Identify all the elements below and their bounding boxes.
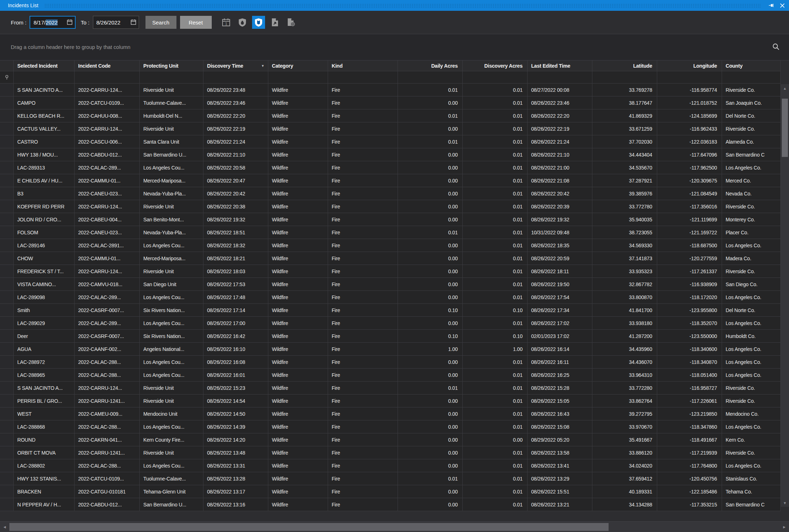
table-row[interactable]: WEST2022-CAMEU-009...Mendocino Unit08/26…	[0, 407, 781, 420]
calendar-dropdown-icon[interactable]	[67, 19, 72, 26]
table-row[interactable]: S SAN JACINTO A...2022-CARRU-124...River…	[0, 382, 781, 395]
table-row[interactable]: CAMPO2022-CATCU-0109...Tuolumne-Calave..…	[0, 96, 781, 109]
column-header-latitude[interactable]: Latitude	[592, 60, 657, 71]
calendar-day-icon[interactable]: 1	[220, 16, 233, 29]
table-row[interactable]: HWY 138 / MOU...2022-CABDU-012...San Ber…	[0, 148, 781, 161]
table-row[interactable]: JOLON RD / CRO...2022-CABEU-004...San Be…	[0, 213, 781, 226]
table-row[interactable]: N PEPPER AV / H...2022-CABDU-012...San B…	[0, 498, 781, 511]
table-row[interactable]: KELLOG BEACH R...2022-CAHUU-008...Humbol…	[0, 109, 781, 122]
filter-cell[interactable]	[328, 71, 398, 84]
search-button[interactable]: Search	[145, 16, 176, 29]
filter-cell[interactable]	[14, 71, 75, 84]
table-row[interactable]: LAC-2890292022-CALAC-289...Los Angeles C…	[0, 317, 781, 330]
table-row[interactable]: LAC-2893132022-CALAC-289...Los Angeles C…	[0, 161, 781, 174]
column-header-incident-code[interactable]: Incident Code	[75, 60, 140, 71]
cell: Riverside Co.	[722, 122, 781, 135]
table-row[interactable]: CHOW2022-CAMMU-01...Merced-Mariposa...08…	[0, 252, 781, 265]
horizontal-scrollbar-thumb[interactable]	[9, 523, 609, 531]
grid-search-icon[interactable]	[772, 43, 780, 51]
cell: -123.550000	[657, 330, 722, 343]
file-export-icon[interactable]	[268, 16, 281, 29]
cell: 0.01	[398, 135, 463, 148]
cell: Fire	[328, 356, 398, 369]
table-row[interactable]: LAC-2890982022-CALAC-289...Los Angeles C…	[0, 291, 781, 304]
table-row[interactable]: KOEPFER RD PERR2022-CARRU-124...Riversid…	[0, 200, 781, 213]
table-row[interactable]: AGUA2022-CAANF-002...Angeles National...…	[0, 343, 781, 356]
column-header-last-edited-time[interactable]: Last Edited Time	[528, 60, 592, 71]
table-filter-row	[0, 71, 781, 84]
table-row[interactable]: ORBIT CT MOVA2022-CARRU-1241...Riverside…	[0, 446, 781, 459]
column-header-daily-acres[interactable]: Daily Acres	[398, 60, 463, 71]
filter-cell[interactable]	[722, 71, 781, 84]
table-row[interactable]: S SAN JACINTO A...2022-CARRU-124...River…	[0, 84, 781, 96]
filter-cell[interactable]	[268, 71, 328, 84]
table-row[interactable]: LAC-2889722022-CALAC-288...Los Angeles C…	[0, 356, 781, 369]
from-date-input[interactable]: 8/17/2022	[30, 16, 76, 29]
column-header-protecting-unit[interactable]: Protecting Unit	[140, 60, 203, 71]
table-row[interactable]: LAC-2888022022-CALAC-288...Los Angeles C…	[0, 459, 781, 472]
close-icon[interactable]	[777, 0, 788, 11]
table-row[interactable]: FREDERICK ST / T...2022-CARRU-124...Rive…	[0, 265, 781, 278]
cell: 33.886120	[592, 446, 657, 459]
column-header-category[interactable]: Category	[268, 60, 328, 71]
reset-button[interactable]: Reset	[180, 16, 212, 29]
group-by-panel[interactable]: Drag a column header here to group by th…	[0, 34, 789, 60]
table-row[interactable]: LAC-2889652022-CALAC-288...Los Angeles C…	[0, 369, 781, 382]
table-row[interactable]: Smith2022-CASRF-0007...Six Rivers Nation…	[0, 304, 781, 317]
column-header-discovery-acres[interactable]: Discovery Acres	[463, 60, 528, 71]
cell: 08/26/2022 18:32	[203, 239, 268, 252]
column-header-longitude[interactable]: Longitude	[657, 60, 722, 71]
scroll-right-arrow[interactable]: ►	[780, 522, 789, 532]
table-row[interactable]: CASTRO2022-CASCU-006...Santa Clara Unit0…	[0, 135, 781, 148]
vertical-scrollbar-thumb[interactable]	[782, 99, 788, 157]
filter-cell[interactable]	[463, 71, 528, 84]
column-header-county[interactable]: County	[722, 60, 781, 71]
table-row[interactable]: CACTUS VALLEY...2022-CARRU-124...Riversi…	[0, 122, 781, 135]
column-header-discovery-time[interactable]: Discovery Time▼	[203, 60, 268, 71]
auto-hide-pin-icon[interactable]	[766, 0, 777, 11]
shield-drop-icon[interactable]	[236, 16, 249, 29]
cell: LAC-288972	[14, 356, 75, 369]
table-row[interactable]: BRACKEN2022-CATGU-010181Tehama-Glenn Uni…	[0, 485, 781, 498]
cell: 0.00	[398, 420, 463, 433]
cell: 0.01	[463, 239, 528, 252]
cell: Fire	[328, 498, 398, 511]
filter-cell[interactable]	[140, 71, 203, 84]
filter-cell[interactable]	[592, 71, 657, 84]
filter-cell[interactable]	[398, 71, 463, 84]
cell: 2022-CALAC-288...	[75, 420, 140, 433]
table-row[interactable]: ROUND2022-CAKRN-041...Kern County Fire..…	[0, 433, 781, 446]
scroll-down-arrow[interactable]: ▼	[781, 499, 789, 507]
scroll-up-arrow[interactable]: ▲	[781, 84, 789, 92]
horizontal-scrollbar[interactable]: ◄ ►	[0, 521, 789, 532]
table-row[interactable]: E CHILDS AV / HU...2022-CAMMU-01...Merce…	[0, 174, 781, 187]
cell: 08/26/2022 20:58	[203, 161, 268, 174]
table-row[interactable]: LAC-2891462022-CALAC-2891...Los Angeles …	[0, 239, 781, 252]
filter-cell[interactable]	[528, 71, 592, 84]
filter-pin-icon[interactable]	[0, 71, 14, 84]
filter-cell[interactable]	[75, 71, 140, 84]
file-status-icon[interactable]	[284, 16, 297, 29]
table-row[interactable]: B32022-CANEU-023...Nevada-Yuba-Pla...08/…	[0, 187, 781, 200]
table-row[interactable]: VISTA CAMINO...2022-CAMVU-018...San Dieg…	[0, 278, 781, 291]
filter-cell[interactable]	[203, 71, 268, 84]
column-header-selected-incident[interactable]: Selected Incident	[14, 60, 75, 71]
scroll-left-arrow[interactable]: ◄	[0, 522, 9, 532]
cell: 37.141873	[592, 252, 657, 265]
cell: 34.535670	[592, 161, 657, 174]
table-row[interactable]: PERRIS BL / GRO...2022-CARRU-1241...Rive…	[0, 395, 781, 407]
row-indicator-cell	[0, 317, 14, 330]
table-row[interactable]: LAC-2888682022-CALAC-288...Los Angeles C…	[0, 420, 781, 433]
table-row[interactable]: Deer2022-CASRF-0007...Six Rivers Nation.…	[0, 330, 781, 343]
table-row[interactable]: HWY 132 STANIS...2022-CATCU-0109...Tuolu…	[0, 472, 781, 485]
calendar-dropdown-icon[interactable]	[131, 19, 136, 26]
vertical-scrollbar[interactable]: ▲ ▼	[781, 84, 789, 507]
table-row[interactable]: FOLSOM2022-CANEU-023...Nevada-Yuba-Pla..…	[0, 226, 781, 239]
cell: Los Angeles Cou...	[140, 420, 203, 433]
column-header-kind[interactable]: Kind	[328, 60, 398, 71]
to-date-input[interactable]: 8/26/2022	[93, 16, 139, 29]
cell: Mendocino Unit	[140, 407, 203, 420]
cell: 0.01	[463, 265, 528, 278]
filter-cell[interactable]	[657, 71, 722, 84]
shield-flag-icon[interactable]	[252, 16, 265, 29]
